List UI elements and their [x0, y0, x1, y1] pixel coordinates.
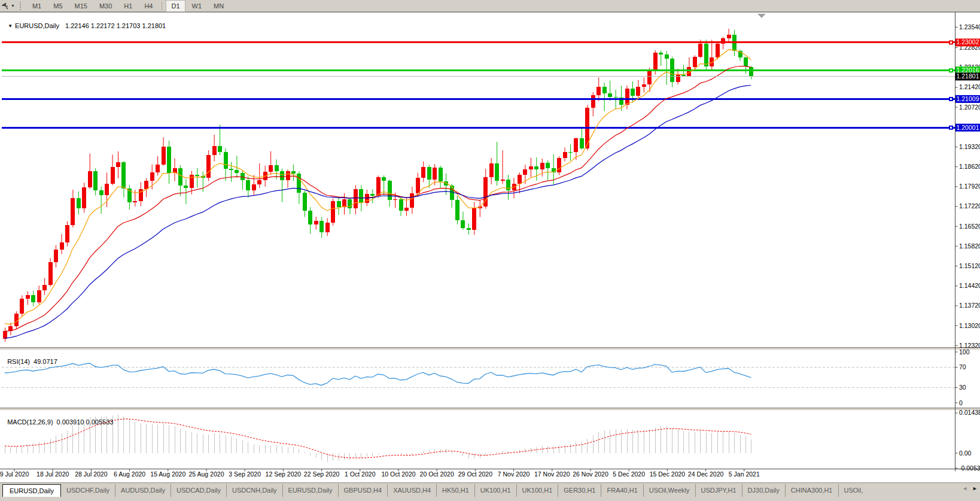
candle-body[interactable]: [42, 285, 47, 290]
candle-body[interactable]: [495, 163, 499, 180]
candle-body[interactable]: [534, 166, 538, 169]
candle-body[interactable]: [727, 35, 731, 38]
crosshair-tool-icon[interactable]: [1, 2, 9, 10]
candle-body[interactable]: [111, 167, 115, 184]
candle-body[interactable]: [596, 87, 601, 95]
candle-body[interactable]: [393, 199, 397, 200]
candle-body[interactable]: [506, 180, 510, 190]
chart-tab-audusd-daily[interactable]: AUDUSD,Daily: [115, 484, 171, 497]
candle-body[interactable]: [461, 220, 465, 228]
candle-body[interactable]: [218, 146, 222, 152]
candle-body[interactable]: [529, 166, 533, 169]
timeframe-button-d1[interactable]: D1: [166, 0, 185, 12]
candle-body[interactable]: [439, 168, 443, 182]
candle-body[interactable]: [20, 299, 24, 314]
chart-tab-uk100-h1[interactable]: UK100,H1: [474, 484, 516, 497]
candle-body[interactable]: [653, 53, 658, 71]
candle-body[interactable]: [156, 165, 160, 172]
candle-body[interactable]: [303, 193, 307, 211]
candle-body[interactable]: [246, 180, 250, 190]
candle-body[interactable]: [388, 181, 392, 200]
candle-body[interactable]: [410, 193, 414, 208]
candle-body[interactable]: [65, 225, 69, 242]
main-rsi-splitter[interactable]: [0, 348, 980, 350]
candle-body[interactable]: [693, 57, 697, 67]
candle-body[interactable]: [665, 54, 669, 59]
chart-background[interactable]: [0, 12, 980, 482]
chart-tab-dj30-daily[interactable]: DJ30,Daily: [742, 484, 785, 497]
candle-body[interactable]: [376, 177, 381, 196]
candle-body[interactable]: [749, 67, 753, 77]
timeframe-button-m1[interactable]: M1: [27, 0, 47, 12]
candle-body[interactable]: [139, 189, 143, 202]
chart-tab-usoil-[interactable]: USOil,: [838, 484, 869, 497]
candle-body[interactable]: [167, 147, 171, 173]
candle-body[interactable]: [257, 180, 261, 184]
chart-tab-fra40-h1[interactable]: FRA40,H1: [601, 484, 643, 497]
candle-body[interactable]: [178, 168, 182, 186]
candle-body[interactable]: [518, 175, 522, 183]
candle-body[interactable]: [681, 75, 686, 75]
candle-body[interactable]: [297, 174, 301, 193]
candle-body[interactable]: [716, 44, 720, 57]
candle-body[interactable]: [212, 146, 217, 155]
candle-body[interactable]: [501, 180, 505, 180]
candle-body[interactable]: [337, 201, 341, 207]
chart-tab-eurusd-daily[interactable]: EURUSD,Daily: [282, 484, 338, 497]
candle-body[interactable]: [421, 167, 425, 178]
candle-body[interactable]: [144, 181, 148, 189]
chart-tab-usdchf-daily[interactable]: USDCHF,Daily: [61, 484, 115, 497]
candle-body[interactable]: [540, 163, 544, 169]
candle-body[interactable]: [275, 165, 279, 171]
timeframe-button-m5[interactable]: M5: [48, 0, 68, 12]
candle-body[interactable]: [710, 57, 714, 66]
candle-body[interactable]: [427, 167, 431, 180]
candle-body[interactable]: [105, 184, 109, 195]
candle-body[interactable]: [31, 295, 35, 302]
chart-tab-ger30-h1[interactable]: GER30,H1: [558, 484, 601, 497]
candle-body[interactable]: [574, 138, 578, 153]
candle-body[interactable]: [121, 162, 126, 189]
candle-body[interactable]: [88, 171, 92, 187]
candle-body[interactable]: [370, 194, 375, 196]
tabs-scroll-left-icon[interactable]: ◄: [962, 485, 967, 491]
candle-body[interactable]: [365, 194, 369, 203]
candle-body[interactable]: [77, 198, 81, 208]
candle-body[interactable]: [280, 171, 284, 180]
candle-body[interactable]: [636, 87, 640, 96]
candle-body[interactable]: [399, 199, 403, 210]
candle-body[interactable]: [433, 168, 437, 180]
rsi-macd-splitter[interactable]: [0, 408, 980, 410]
candle-body[interactable]: [133, 201, 137, 202]
candle-body[interactable]: [563, 152, 567, 158]
candle-body[interactable]: [325, 223, 330, 232]
chart-tab-usdjpy-h1[interactable]: USDJPY,H1: [695, 484, 742, 497]
candle-body[interactable]: [382, 177, 386, 181]
candle-body[interactable]: [659, 53, 663, 55]
tabs-scroll-right-icon[interactable]: ►: [972, 485, 978, 491]
candle-body[interactable]: [489, 163, 494, 177]
candle-body[interactable]: [647, 71, 652, 84]
candle-body[interactable]: [416, 178, 420, 193]
chart-tab-hk50-h1[interactable]: HK50,H1: [436, 484, 474, 497]
candle-body[interactable]: [608, 93, 612, 97]
candle-body[interactable]: [591, 95, 595, 108]
candle-body[interactable]: [269, 165, 273, 171]
candle-body[interactable]: [82, 187, 86, 208]
candle-body[interactable]: [99, 190, 104, 195]
timeframe-button-m30[interactable]: M30: [94, 0, 117, 12]
timeframe-button-mn[interactable]: MN: [208, 0, 229, 12]
candle-body[interactable]: [224, 152, 228, 169]
candle-body[interactable]: [286, 171, 290, 180]
candle-body[interactable]: [614, 97, 618, 98]
candle-body[interactable]: [602, 87, 607, 93]
symbol-collapse-icon[interactable]: ▼: [8, 23, 13, 29]
chart-tab-eurusd-daily[interactable]: EURUSD,Daily: [2, 484, 61, 497]
tool-dropdown-icon[interactable]: ▼: [11, 4, 15, 8]
chart-tab-gbpusd-h4[interactable]: GBPUSD,H4: [338, 484, 388, 497]
candle-body[interactable]: [319, 221, 324, 232]
candle-body[interactable]: [568, 152, 573, 153]
chart-tab-uk100-h1[interactable]: UK100,H1: [516, 484, 558, 497]
timeframe-button-w1[interactable]: W1: [187, 0, 208, 12]
candle-body[interactable]: [308, 211, 312, 224]
